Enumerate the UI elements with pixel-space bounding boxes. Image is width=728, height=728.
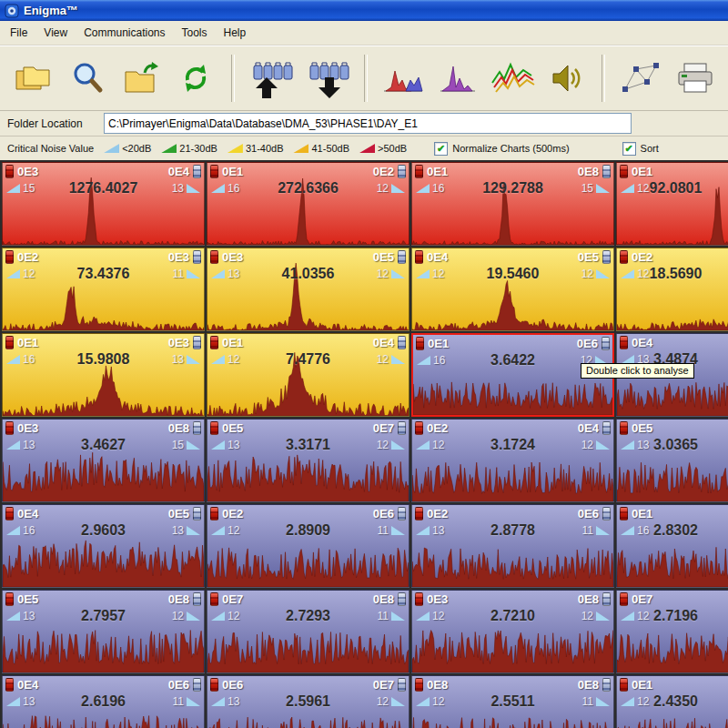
chart-tile[interactable]: 0E10E81615129.2788 <box>411 162 614 246</box>
left-logger-id: 0E8 <box>427 678 448 692</box>
logger-battery-red-icon <box>620 421 628 435</box>
chart-tile[interactable]: 0E20E612112.8909 <box>207 504 410 588</box>
logger-battery-red-icon <box>415 165 423 178</box>
chart-tile[interactable]: 0E30E813153.4627 <box>2 419 205 502</box>
chart-tile[interactable]: 0E21218.5690 <box>616 248 728 331</box>
chart-tile[interactable]: 0E10E21612272.6366 <box>207 162 410 246</box>
tile-header: 0E1 <box>620 507 728 521</box>
logger-battery-blue-icon <box>602 678 611 692</box>
chart-tile[interactable]: 0E50E813122.7957 <box>2 590 205 673</box>
tile-header: 0E50E7 <box>210 421 406 435</box>
logger-battery-blue-icon <box>193 592 201 606</box>
histogram-button[interactable] <box>379 51 427 106</box>
logger-battery-red-icon <box>415 507 423 521</box>
read-loggers-button[interactable] <box>247 51 296 106</box>
logger-battery-red-icon <box>415 250 423 264</box>
tile-header: 0E50E8 <box>5 592 201 606</box>
menu-item-file[interactable]: File <box>2 23 35 43</box>
program-loggers-button[interactable] <box>303 51 352 106</box>
right-logger-id: 0E3 <box>168 250 189 264</box>
chart-tile[interactable]: 0E1122.4350 <box>616 675 728 728</box>
chart-tile[interactable]: 0E5133.0365 <box>616 419 728 502</box>
chart-tile[interactable]: 0E70E812112.7293 <box>207 590 410 673</box>
menu-item-view[interactable]: View <box>35 23 76 43</box>
chart-tile[interactable]: 0E60E713122.5961 <box>207 675 410 728</box>
left-logger-id: 0E3 <box>17 421 38 435</box>
chart-tile[interactable]: 0E30E812122.7210 <box>411 590 614 673</box>
leak-value: 2.8302 <box>617 522 728 539</box>
chart-tile[interactable]: 0E40E516132.9603 <box>2 504 205 588</box>
correlation-button[interactable] <box>617 51 664 106</box>
chart-tile[interactable]: 0E20E3121173.4376 <box>2 248 205 331</box>
leak-value: 2.7957 <box>3 608 204 624</box>
toolbar-separator <box>231 55 235 102</box>
window-title: Enigma™ <box>24 4 78 17</box>
chart-tile[interactable]: 0E10E412127.4776 <box>207 333 410 417</box>
sort-checkbox[interactable]: ✔ <box>622 142 636 156</box>
logger-battery-blue-icon <box>602 592 611 606</box>
search-icon <box>69 60 106 96</box>
logger-battery-blue-icon <box>398 592 406 606</box>
tile-header: 0E10E3 <box>5 336 201 349</box>
right-logger-id: 0E8 <box>373 592 394 606</box>
left-logger-id: 0E1 <box>632 165 652 178</box>
tile-header: 0E10E2 <box>210 165 406 178</box>
logger-battery-red-icon <box>620 507 628 521</box>
open-folder-button[interactable] <box>118 51 166 106</box>
leak-value: 73.4376 <box>3 266 204 282</box>
chart-tile[interactable]: 0E30E415131276.4027 <box>2 162 205 246</box>
refresh-button[interactable] <box>173 51 220 106</box>
right-logger-id: 0E6 <box>578 507 599 521</box>
logger-battery-blue-icon <box>193 507 201 521</box>
folder-path-input[interactable] <box>104 113 632 134</box>
chart-tile[interactable]: 0E20E412123.1724 <box>411 419 614 502</box>
tile-header: 0E10E6 <box>416 337 610 350</box>
logger-battery-blue-icon <box>602 507 611 521</box>
tile-header: 0E30E5 <box>210 250 406 264</box>
right-logger-id: 0E5 <box>373 250 394 264</box>
sound-button[interactable] <box>543 51 591 106</box>
chart-tile[interactable]: 0E40E613112.6196 <box>2 675 205 728</box>
menu-item-tools[interactable]: Tools <box>174 23 216 43</box>
leak-value: 2.5511 <box>412 693 613 710</box>
left-logger-id: 0E2 <box>17 250 38 264</box>
normalize-checkbox[interactable]: ✔ <box>434 142 448 156</box>
chart-tile[interactable]: 0E40E5121219.5460 <box>411 248 614 331</box>
chart-tile[interactable]: 0E11292.0801 <box>616 162 728 246</box>
leak-value: 15.9808 <box>3 351 204 368</box>
folder-location-bar: Folder Location <box>0 111 728 136</box>
chart-tile[interactable]: 0E30E5131241.0356 <box>207 248 410 331</box>
logger-battery-red-icon <box>620 678 628 692</box>
print-button[interactable] <box>672 51 719 106</box>
tile-header: 0E4 <box>620 336 728 349</box>
chart-tile[interactable]: 0E10E3161315.9808 <box>2 333 205 417</box>
speaker-icon <box>549 62 585 95</box>
menu-item-help[interactable]: Help <box>216 23 255 43</box>
folders-button[interactable] <box>9 51 56 106</box>
search-button[interactable] <box>64 51 111 106</box>
leak-value: 7.4776 <box>207 351 409 368</box>
right-logger-id: 0E2 <box>373 165 394 178</box>
menu-item-communications[interactable]: Communications <box>76 23 173 43</box>
logger-battery-blue-icon <box>398 421 406 435</box>
chart-tile[interactable]: 0E20E613112.8778 <box>411 504 614 588</box>
chart-tile[interactable]: 0E50E713123.3171 <box>207 419 410 502</box>
tile-header: 0E30E4 <box>5 165 201 178</box>
correlation-icon <box>620 60 662 96</box>
noise-band-label: <20dB <box>122 143 151 154</box>
chart-grid: 0E30E415131276.40270E10E21612272.63660E1… <box>0 160 728 728</box>
leak-value: 2.7293 <box>207 608 409 624</box>
left-logger-id: 0E2 <box>222 507 243 521</box>
chart-tile[interactable]: 0E1162.8302 <box>616 504 728 588</box>
left-logger-id: 0E7 <box>632 592 652 606</box>
right-logger-id: 0E6 <box>168 678 189 692</box>
leak-value: 272.6366 <box>207 180 409 197</box>
toolbar-separator <box>364 55 368 102</box>
frequency-button[interactable] <box>434 51 481 106</box>
chart-tile[interactable]: 0E80E812112.5511 <box>411 675 614 728</box>
overlay-charts-button[interactable] <box>489 51 536 106</box>
right-logger-id: 0E8 <box>168 592 189 606</box>
left-logger-id: 0E1 <box>632 678 652 692</box>
left-logger-id: 0E4 <box>427 250 448 264</box>
chart-tile[interactable]: 0E7122.7196 <box>616 590 728 673</box>
